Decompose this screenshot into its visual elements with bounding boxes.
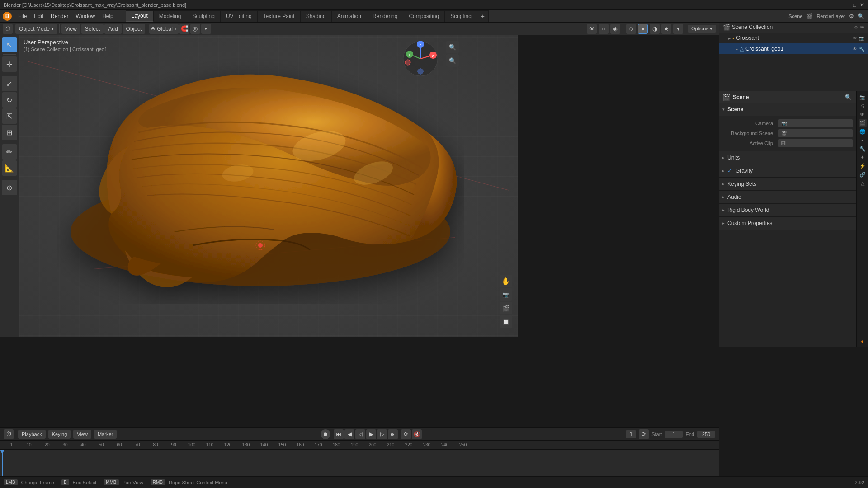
audio-mute-btn[interactable]: 🔇 xyxy=(412,429,422,439)
viewport-shade-dropdown[interactable]: ◈ xyxy=(610,24,620,34)
scene-collection-row[interactable]: 🎬 Scene Collection ⚙ 👁 xyxy=(719,22,868,33)
sync-btn[interactable]: ⟳ xyxy=(401,429,411,439)
tool-scale[interactable]: ⇱ xyxy=(2,108,17,124)
props-search-btn[interactable]: 🔍 xyxy=(844,93,853,102)
menu-edit[interactable]: Edit xyxy=(30,10,47,23)
step-fwd-btn[interactable]: ▷ xyxy=(377,429,387,439)
shade-options[interactable]: ▾ xyxy=(673,24,683,34)
rendered-btn[interactable]: ★ xyxy=(661,24,671,34)
geo-eye-icon[interactable]: 👁 xyxy=(853,47,857,52)
tool-annotate[interactable]: ✏ xyxy=(2,144,17,160)
props-tab-render[interactable]: 📷 xyxy=(859,93,867,101)
menu-window[interactable]: Window xyxy=(72,10,99,23)
props-tab-material[interactable]: ● xyxy=(859,337,867,345)
proportional-btn[interactable]: ◎ xyxy=(190,24,200,34)
tab-modeling[interactable]: Modeling xyxy=(154,10,187,22)
props-tab-object[interactable]: ▪ xyxy=(859,136,867,144)
eye-icon[interactable]: 👁 xyxy=(853,36,857,41)
tool-select[interactable]: ↖ xyxy=(2,37,17,52)
camera-icon-small[interactable]: 📷 xyxy=(859,36,864,41)
playback-dropdown[interactable]: Playback xyxy=(18,430,46,439)
editor-type-btn[interactable]: ⬡ xyxy=(3,24,13,34)
xray-btn[interactable]: □ xyxy=(599,24,609,34)
menu-file[interactable]: File xyxy=(14,10,30,23)
props-tab-particles[interactable]: ✦ xyxy=(859,153,867,161)
props-tab-constraints[interactable]: 🔗 xyxy=(859,170,867,178)
step-back-btn[interactable]: ◀ xyxy=(344,429,354,439)
geo-camera-icon[interactable]: 🔧 xyxy=(859,47,864,52)
tab-uv-editing[interactable]: UV Editing xyxy=(221,10,258,22)
gravity-header[interactable]: ▸ ✓ Gravity xyxy=(719,164,856,177)
play-btn[interactable]: ▶ xyxy=(366,429,376,439)
camera-value[interactable]: 📷 xyxy=(778,119,853,127)
keying-dropdown[interactable]: Keying xyxy=(48,430,71,439)
props-tab-world[interactable]: 🌐 xyxy=(859,127,867,136)
units-header[interactable]: ▸ Units xyxy=(719,151,856,164)
maximize-button[interactable]: □ xyxy=(853,2,856,8)
props-tab-view-layer[interactable]: 👁 xyxy=(859,110,867,118)
rigid-body-header[interactable]: ▸ Rigid Body World xyxy=(719,204,856,216)
transform-btn[interactable]: ⊕ Global ▾ xyxy=(149,24,179,34)
props-tab-modifier[interactable]: 🔧 xyxy=(859,145,867,153)
lp-btn[interactable]: ◑ xyxy=(650,24,660,34)
tab-shading[interactable]: Shading xyxy=(301,10,332,22)
jump-start-btn[interactable]: ⏮ xyxy=(334,429,344,439)
options-btn[interactable]: Options ▾ xyxy=(688,25,716,33)
play-back-btn[interactable]: ◁ xyxy=(355,429,365,439)
outliner-item-geo1[interactable]: ▸ △ Croissant_geo1 👁 🔧 xyxy=(719,43,868,54)
zoom-out-btn[interactable]: 🔍 xyxy=(446,54,459,67)
tab-rendering[interactable]: Rendering xyxy=(367,10,403,22)
overlay-btn[interactable]: 👁 xyxy=(587,24,597,34)
add-menu[interactable]: Add xyxy=(104,24,121,34)
props-tab-physics[interactable]: ⚡ xyxy=(859,162,867,170)
mode-dropdown[interactable]: Object Mode ▾ xyxy=(15,24,57,34)
pan-btn[interactable]: ✋ xyxy=(500,275,512,287)
marker-dropdown[interactable]: Marker xyxy=(94,430,117,439)
zoom-in-btn[interactable]: 🔍 xyxy=(446,41,459,53)
tab-scripting[interactable]: Scripting xyxy=(445,10,477,22)
blender-logo[interactable]: B xyxy=(0,10,14,23)
wire-btn[interactable]: ⬡ xyxy=(626,24,636,34)
navigation-gizmo[interactable]: Z X Y xyxy=(402,41,439,77)
search-icon-top[interactable]: 🔍 xyxy=(858,13,864,19)
timeline-editor-btn[interactable]: ⏱ xyxy=(4,429,14,439)
tool-cursor[interactable]: ✛ xyxy=(2,56,17,72)
tab-compositing[interactable]: Compositing xyxy=(403,10,445,22)
viewport-3d[interactable]: Z X Y 🔍 🔍 ✋ 📷 🎬 🔲 xyxy=(19,35,518,337)
view-menu[interactable]: View xyxy=(61,24,80,34)
tab-add[interactable]: + xyxy=(477,10,489,22)
record-btn[interactable]: ⏺ xyxy=(321,429,330,439)
tab-animation[interactable]: Animation xyxy=(332,10,367,22)
tab-texture-paint[interactable]: Texture Paint xyxy=(258,10,301,22)
tool-add[interactable]: ⊕ xyxy=(2,180,17,195)
select-menu[interactable]: Select xyxy=(81,24,104,34)
tab-layout[interactable]: Layout xyxy=(126,10,154,22)
bg-scene-value[interactable]: 🎬 xyxy=(778,129,853,137)
playback-fps-btn[interactable]: ⟳ xyxy=(639,429,649,439)
scene-section-header[interactable]: ▾ Scene xyxy=(719,103,856,116)
object-menu[interactable]: Object xyxy=(123,24,146,34)
proportional-dropdown[interactable]: ▾ xyxy=(201,24,211,34)
keying-sets-header[interactable]: ▸ Keying Sets xyxy=(719,178,856,190)
snap-btn[interactable]: 🧲 xyxy=(179,24,189,34)
tab-sculpting[interactable]: Sculpting xyxy=(187,10,221,22)
start-value[interactable]: 1 xyxy=(665,431,683,438)
filter-icon[interactable]: ⚙ xyxy=(849,13,854,19)
gravity-check[interactable]: ✓ xyxy=(727,168,732,174)
end-value[interactable]: 250 xyxy=(697,431,715,438)
tool-transform[interactable]: ⊞ xyxy=(2,125,17,140)
camera-view-btn[interactable]: 📷 xyxy=(500,288,512,301)
close-button[interactable]: ✕ xyxy=(860,2,864,8)
compositor-btn[interactable]: 🔲 xyxy=(500,315,512,328)
props-tab-output[interactable]: 🖨 xyxy=(859,102,867,110)
tool-measure[interactable]: 📐 xyxy=(2,160,17,176)
menu-render[interactable]: Render xyxy=(47,10,72,23)
menu-help[interactable]: Help xyxy=(99,10,117,23)
view-dropdown[interactable]: View xyxy=(73,430,91,439)
tool-rotate[interactable]: ↻ xyxy=(2,92,17,108)
minimize-button[interactable]: ─ xyxy=(845,2,849,8)
outliner-item-croissant[interactable]: ▸ ▪ Croissant 👁 📷 xyxy=(719,33,868,43)
audio-header[interactable]: ▸ Audio xyxy=(719,191,856,203)
custom-props-header[interactable]: ▸ Custom Properties xyxy=(719,217,856,230)
current-frame-value[interactable]: 1 xyxy=(626,430,636,438)
